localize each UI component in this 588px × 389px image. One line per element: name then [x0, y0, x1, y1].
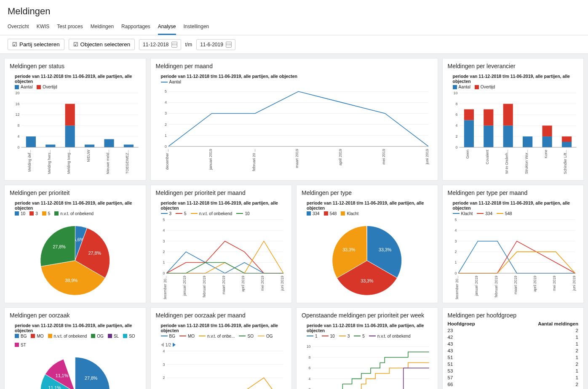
- tab-analyse[interactable]: Analyse: [158, 21, 176, 35]
- svg-text:0: 0: [164, 144, 166, 149]
- period-subtitle: periode van 11-12-2018 t/m 11-06-2019, a…: [453, 200, 579, 210]
- svg-rect-67: [523, 136, 532, 147]
- card-title: Meldingen per prioriteit per maand: [156, 189, 287, 196]
- svg-text:12: 12: [16, 112, 20, 117]
- svg-text:juni 2019: juni 2019: [425, 149, 429, 165]
- legend: 11035n.v.t. of onbekend: [307, 334, 433, 338]
- svg-text:mei 2019: mei 2019: [382, 149, 386, 165]
- legend-pager[interactable]: 1/2: [161, 343, 176, 347]
- next-icon[interactable]: [173, 343, 176, 347]
- svg-text:5: 5: [454, 218, 457, 222]
- svg-text:februari 2019: februari 2019: [202, 275, 206, 297]
- svg-text:3: 3: [454, 239, 457, 243]
- svg-text:11,1%: 11,1%: [56, 373, 69, 378]
- svg-text:april 2019: april 2019: [241, 275, 245, 291]
- svg-text:5: 5: [163, 218, 165, 222]
- card-oorzaak: Meldingen per oorzaak periode van 11-12-…: [4, 307, 146, 389]
- svg-rect-61: [484, 125, 493, 147]
- card-leverancier: Meldingen per leverancier periode van 11…: [442, 58, 584, 181]
- svg-text:maart 2019: maart 2019: [513, 275, 517, 294]
- svg-text:Melding def...: Melding def...: [27, 150, 32, 172]
- svg-text:33,3%: 33,3%: [379, 247, 392, 252]
- dashboard-grid: Meldingen per status periode van 11-12-2…: [0, 54, 588, 389]
- legend: BGMOn.v.t. of onbekendOGSLSOST: [15, 334, 141, 347]
- svg-text:Schindler Lift...: Schindler Lift...: [563, 150, 567, 174]
- card-title: Meldingen per hoofdgroep: [448, 312, 579, 319]
- hoofdgroep-table: HoofdgroepAantal meldingen23242143143251…: [448, 320, 579, 389]
- svg-text:mei 2019: mei 2019: [552, 275, 556, 290]
- svg-text:februari 2019: februari 2019: [494, 275, 498, 297]
- svg-text:4: 4: [455, 123, 457, 128]
- date-to-input[interactable]: 11-6-2019: [196, 39, 235, 50]
- card-oorzaak-maand: Meldingen per oorzaak per maand periode …: [150, 307, 292, 389]
- tab-overzicht[interactable]: Overzicht: [8, 21, 29, 35]
- svg-rect-19: [85, 144, 94, 147]
- svg-rect-58: [464, 120, 473, 147]
- svg-text:1: 1: [164, 133, 166, 138]
- svg-text:38,9%: 38,9%: [65, 278, 78, 283]
- objecten-select-button[interactable]: ☑Objecten selecteren: [69, 39, 135, 50]
- card-title: Meldingen per oorzaak: [10, 312, 141, 319]
- svg-text:april 2019: april 2019: [338, 149, 342, 165]
- svg-text:Kone: Kone: [544, 150, 548, 159]
- prev-icon[interactable]: [161, 343, 164, 347]
- svg-rect-23: [124, 144, 134, 147]
- svg-text:5: 5: [164, 89, 166, 93]
- svg-rect-64: [503, 125, 513, 147]
- tab-rapportages[interactable]: Rapportages: [121, 21, 150, 35]
- svg-text:20: 20: [16, 91, 20, 95]
- date-from-input[interactable]: 11-12-2018: [139, 39, 181, 50]
- svg-text:Geen: Geen: [465, 150, 470, 159]
- svg-text:Strukton Wor...: Strukton Wor...: [524, 150, 528, 174]
- legend: Klacht334548: [453, 211, 579, 216]
- svg-rect-62: [484, 109, 493, 126]
- svg-text:1: 1: [454, 260, 457, 264]
- table-row: 432: [448, 347, 579, 354]
- partij-select-button[interactable]: ☑Partij selecteren: [8, 39, 64, 50]
- svg-text:0: 0: [163, 271, 165, 275]
- tab-kwis[interactable]: KWIS: [37, 21, 50, 35]
- card-prioriteit: Meldingen per prioriteit periode van 11-…: [4, 185, 146, 303]
- tab-meldingen[interactable]: Meldingen: [91, 21, 114, 35]
- legend: 35n.v.t. of onbekend10: [161, 211, 287, 216]
- svg-text:0: 0: [17, 145, 19, 149]
- svg-text:Nieuwe meld...: Nieuwe meld...: [106, 150, 110, 174]
- period-subtitle: periode van 11-12-2018 t/m 11-06-2019, a…: [161, 74, 433, 79]
- period-subtitle: periode van 11-12-2018 t/m 11-06-2019, a…: [161, 200, 287, 210]
- svg-rect-69: [542, 136, 552, 147]
- period-subtitle: periode van 11-12-2018 t/m 11-06-2019, a…: [161, 323, 287, 333]
- legend: BGMOn.v.t. of onbe...SOOG1/2: [161, 334, 287, 347]
- svg-text:0: 0: [454, 271, 457, 275]
- svg-text:2: 2: [308, 387, 310, 389]
- legend: AantalOvertijd: [15, 85, 141, 89]
- card-title: Meldingen per oorzaak per maand: [156, 312, 287, 319]
- card-maand: Meldingen per maand periode van 11-12-20…: [150, 58, 438, 181]
- card-openstaand: Openstaande meldingen per prioriteit per…: [296, 307, 438, 389]
- svg-text:januari 2019: januari 2019: [474, 275, 478, 296]
- svg-text:december 20...: december 20...: [455, 276, 459, 299]
- svg-text:8: 8: [308, 355, 310, 360]
- svg-text:1: 1: [163, 260, 165, 264]
- tab-instellingen[interactable]: Instellingen: [184, 21, 209, 35]
- period-subtitle: periode van 11-12-2018 t/m 11-06-2019, a…: [307, 200, 433, 210]
- svg-rect-73: [561, 136, 571, 142]
- svg-text:mei 2019: mei 2019: [260, 275, 265, 290]
- tab-test-proces[interactable]: Test proces: [57, 21, 83, 35]
- svg-text:NIEUW: NIEUW: [86, 149, 91, 162]
- svg-text:juni 2019: juni 2019: [572, 275, 576, 291]
- legend: 1035n.v.t. of onbekend: [15, 211, 141, 216]
- svg-text:3: 3: [164, 111, 166, 115]
- svg-text:2: 2: [163, 250, 165, 254]
- card-title: Meldingen per type per maand: [448, 189, 579, 196]
- svg-text:maart 2019: maart 2019: [295, 149, 299, 168]
- table-row: 232: [448, 327, 579, 334]
- card-hoofdgroep: Meldingen per hoofdgroep HoofdgroepAanta…: [442, 307, 584, 389]
- svg-rect-16: [65, 125, 75, 147]
- svg-text:maart 2019: maart 2019: [221, 275, 225, 294]
- svg-rect-59: [464, 109, 473, 120]
- table-row: 421: [448, 334, 579, 341]
- card-title: Meldingen per leverancier: [448, 63, 579, 69]
- svg-text:Melding toeg...: Melding toeg...: [67, 150, 71, 174]
- page-title: Meldingen: [8, 6, 580, 17]
- period-subtitle: periode van 11-12-2018 t/m 11-06-2019, a…: [15, 200, 141, 210]
